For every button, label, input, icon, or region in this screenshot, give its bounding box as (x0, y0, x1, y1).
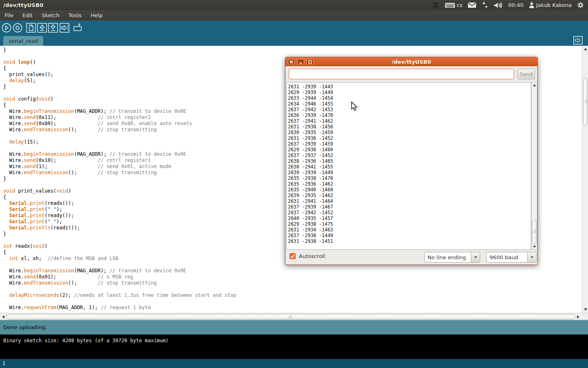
user-name: Jakub Kakona (536, 2, 572, 8)
current-line-number: 1 (2, 361, 5, 366)
menubar: File Edit Sketch Tools Help (0, 10, 588, 20)
volume-icon[interactable] (494, 2, 503, 9)
tab-menu-arrow-icon[interactable] (573, 36, 583, 45)
serial-row: 2638 -2936 -1465 (288, 158, 531, 164)
serial-row: 2631 -2934 -1463 (288, 227, 531, 233)
system-tray: cs 00:40 Jakub Kakona (432, 2, 588, 9)
serial-monitor-window: /dev/ttyUSB0 Send 2631 -2939 -14432629 -… (285, 57, 538, 265)
serial-row: 2631 -2938 -1451 (288, 238, 531, 244)
chevron-down-icon (474, 256, 477, 258)
serial-row: 2633 -2944 -1454 (288, 95, 531, 101)
keyboard-layout-indicator[interactable]: cs (445, 2, 463, 9)
indicator-applet-icon[interactable] (432, 2, 439, 9)
menu-edit[interactable]: Edit (18, 11, 37, 20)
new-sketch-button[interactable] (26, 23, 36, 33)
tab-bar: serial_read (0, 35, 588, 46)
serial-row: 2637 -2939 -1467 (288, 204, 531, 210)
serial-row: 2637 -2942 -1452 (288, 210, 531, 215)
status-message: Done uploading. (3, 324, 47, 330)
serial-row: 2639 -2939 -1449 (288, 170, 531, 175)
serial-vscroll-thumb[interactable] (532, 220, 537, 244)
serial-row: 2637 -2942 -1453 (288, 107, 531, 112)
mail-icon[interactable] (468, 2, 477, 8)
editor-hscrollbar[interactable] (0, 313, 588, 320)
close-icon[interactable] (288, 59, 295, 65)
keyboard-icon (445, 2, 455, 9)
line-number-strip: 1 (0, 359, 588, 368)
serial-row: 2637 -2939 -1459 (288, 141, 531, 147)
maximize-icon[interactable] (307, 59, 314, 65)
send-button[interactable]: Send (517, 69, 535, 79)
serial-monitor-button[interactable] (73, 23, 82, 33)
menu-tools[interactable]: Tools (64, 11, 86, 20)
upload-button[interactable] (60, 23, 69, 33)
serial-vscrollbar[interactable] (531, 82, 537, 250)
verify-button[interactable] (2, 23, 11, 33)
serial-window-controls: Autoscroll No line ending 9600 baud (285, 252, 537, 265)
console-text: Binary sketch size: 4208 bytes (of a 307… (3, 338, 169, 343)
serial-row: 2637 -2937 -1452 (288, 153, 531, 158)
serial-row: 2635 -2940 -1460 (288, 187, 531, 193)
serial-row: 2629 -2939 -1449 (288, 90, 531, 95)
editor-vscroll-thumb[interactable] (583, 78, 588, 126)
serial-row: 2631 -2936 -1452 (288, 135, 531, 141)
serial-send-input[interactable] (289, 69, 514, 79)
serial-row: 2637 -2941 -1462 (288, 118, 531, 124)
scroll-left-arrow[interactable] (2, 315, 4, 319)
build-console: Binary sketch size: 4208 bytes (of a 307… (0, 334, 588, 359)
user-menu[interactable]: Jakub Kakona (529, 2, 572, 8)
window-title: /dev/ttyUSB0 (0, 2, 43, 8)
save-button[interactable] (48, 23, 58, 33)
baud-rate-value: 9600 baud (490, 254, 518, 260)
serial-window-titlebar[interactable]: /dev/ttyUSB0 (285, 57, 537, 66)
line-ending-select[interactable]: No line ending (424, 252, 471, 263)
user-icon (529, 2, 535, 8)
session-gear-icon[interactable] (577, 2, 584, 9)
scroll-up-arrow[interactable] (533, 84, 536, 86)
screen: /dev/ttyUSB0 cs 00:40 Jaku (0, 0, 588, 368)
mouse-cursor (351, 101, 359, 114)
serial-row: 2637 -2938 -1449 (288, 233, 531, 238)
editor-hscroll-thumb[interactable] (7, 314, 575, 319)
serial-row: 2636 -2939 -1470 (288, 112, 531, 118)
editor-vscrollbar[interactable] (582, 46, 588, 313)
serial-row: 2630 -2935 -1459 (288, 130, 531, 135)
scroll-up-arrow[interactable] (584, 48, 587, 50)
chevron-down-icon (530, 256, 534, 258)
serial-row: 2635 -2936 -1462 (288, 181, 531, 187)
toolbar (0, 20, 588, 35)
serial-row: 2640 -2935 -1457 (288, 215, 531, 221)
stop-button[interactable] (13, 23, 22, 33)
baud-dropdown-button[interactable] (527, 252, 537, 263)
serial-row: 2631 -2939 -1443 (288, 84, 531, 90)
line-ending-dropdown-button[interactable] (471, 252, 480, 263)
serial-window-title: /dev/ttyUSB0 (285, 59, 537, 65)
send-button-label: Send (519, 71, 533, 77)
menu-sketch[interactable]: Sketch (37, 11, 64, 20)
serial-row: 2631 -2941 -1464 (288, 198, 531, 204)
status-bar: Done uploading. (0, 320, 588, 334)
serial-output-text: 2631 -2939 -14432629 -2939 -14492633 -29… (287, 83, 531, 244)
serial-row: 2629 -2938 -1475 (288, 221, 531, 227)
serial-row: 2638 -2941 -1455 (288, 164, 531, 170)
menu-help[interactable]: Help (86, 11, 107, 20)
autoscroll-checkbox[interactable] (290, 253, 296, 259)
serial-row: 2634 -2946 -1455 (288, 101, 531, 107)
scroll-down-arrow[interactable] (533, 246, 536, 248)
scroll-right-arrow[interactable] (577, 315, 579, 319)
top-panel: /dev/ttyUSB0 cs 00:40 Jaku (0, 0, 588, 10)
autoscroll-label[interactable]: Autoscroll (299, 253, 325, 259)
line-ending-value: No line ending (428, 254, 466, 260)
serial-output-area[interactable]: 2631 -2939 -14432629 -2939 -14492633 -29… (286, 82, 531, 250)
open-button[interactable] (37, 23, 47, 33)
network-updown-icon[interactable] (482, 2, 488, 9)
menu-file[interactable]: File (0, 11, 18, 20)
serial-row: 2639 -2935 -1462 (288, 193, 531, 198)
tab-serial-read[interactable]: serial_read (3, 36, 43, 46)
baud-rate-select[interactable]: 9600 baud (486, 252, 527, 263)
clock-indicator[interactable]: 00:40 (508, 2, 523, 8)
serial-row: 2629 -2936 -1460 (288, 147, 531, 153)
serial-row: 2635 -2938 -1470 (288, 175, 531, 181)
scroll-down-arrow[interactable] (584, 308, 587, 311)
minimize-icon[interactable] (297, 59, 304, 65)
